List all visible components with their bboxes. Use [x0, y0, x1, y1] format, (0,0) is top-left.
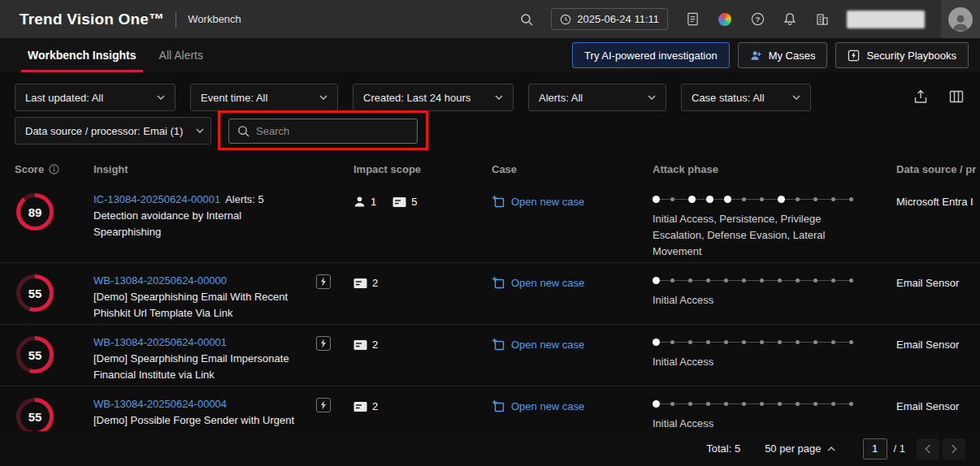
prev-page-button[interactable] — [917, 438, 939, 460]
col-data-source[interactable]: Data source / pr — [896, 163, 980, 175]
filter-created[interactable]: Created: Last 24 hours — [353, 84, 514, 111]
per-page-selector[interactable]: 50 per page — [765, 442, 835, 455]
next-page-button[interactable] — [943, 438, 965, 460]
table-row[interactable]: 89 IC-13084-20250624-00001 Alerts: 5 Det… — [0, 182, 980, 263]
insight-cell: WB-13084-20250624-00001 [Demo] Spearphis… — [93, 336, 353, 383]
tab-all-alerts[interactable]: All Alerts — [148, 38, 215, 72]
impact-assets[interactable]: 2 — [353, 400, 378, 412]
score-cell: 55 — [15, 398, 93, 435]
table-row[interactable]: 55 WB-13084-20250624-00001 [Demo] Spearp… — [0, 325, 980, 386]
clock-icon — [560, 14, 571, 25]
attack-phase-text: Initial Access — [653, 354, 848, 370]
phase-dot — [796, 278, 800, 283]
search-icon — [237, 125, 249, 137]
filter-case-status[interactable]: Case status: All — [681, 84, 811, 111]
impact-scope-cell: 2 — [353, 274, 492, 289]
company-icon[interactable] — [814, 11, 830, 28]
impact-assets[interactable]: 2 — [353, 339, 378, 351]
open-new-case-link[interactable]: Open new case — [511, 400, 584, 412]
phase-dot — [813, 402, 817, 406]
table-tools — [913, 89, 964, 104]
open-new-case-link[interactable]: Open new case — [511, 196, 584, 208]
insight-title: Detection avoidance by Internal Spearphi… — [93, 208, 308, 240]
search-input[interactable] — [256, 125, 409, 137]
tab-bar: Workbench Insights All Alerts Try AI-pow… — [0, 38, 980, 72]
score-ring: 55 — [16, 274, 54, 312]
open-new-case-link[interactable]: Open new case — [511, 339, 584, 351]
score-cell: 55 — [15, 336, 93, 373]
phase-dot — [724, 278, 728, 283]
filter-event-time[interactable]: Event time: All — [190, 84, 338, 111]
automated-playbook-icon[interactable] — [316, 336, 331, 351]
security-playbooks-button[interactable]: Security Playbooks — [835, 42, 969, 68]
insight-id-link[interactable]: WB-13084-20250624-00001 — [93, 336, 227, 348]
case-cell: Open new case — [492, 398, 653, 412]
info-icon[interactable] — [49, 164, 59, 175]
phase-dot — [688, 402, 692, 406]
insight-id-link[interactable]: IC-13084-20250624-00001 — [93, 193, 220, 205]
cases-icon — [750, 50, 762, 62]
phase-dot — [849, 278, 853, 283]
ai-investigation-button[interactable]: Try AI-powered investigation — [572, 42, 730, 68]
score-cell: 89 — [15, 193, 93, 231]
col-attack-phase[interactable]: Attack phase — [653, 163, 896, 175]
apps-wheel-icon[interactable] — [717, 11, 733, 28]
impact-scope-cell: 2 — [353, 398, 492, 412]
attack-phase-text: Initial Access — [653, 292, 848, 309]
impact-users[interactable]: 1 — [353, 196, 376, 208]
account-name-redacted — [847, 11, 925, 28]
col-insight[interactable]: Insight — [93, 163, 353, 175]
search-icon[interactable] — [518, 11, 535, 28]
export-icon[interactable] — [913, 89, 928, 104]
phase-dot — [849, 402, 853, 406]
data-source-cell: Email Sensor — [896, 274, 980, 289]
datetime-display[interactable]: 2025-06-24 11:11 — [551, 8, 668, 30]
col-impact-scope[interactable]: Impact scope — [353, 163, 492, 175]
table-row[interactable]: 55 WB-13084-20250624-00000 [Demo] Spearp… — [0, 263, 980, 325]
column-settings-icon[interactable] — [949, 89, 964, 104]
filter-last-updated[interactable]: Last updated: All — [15, 84, 176, 111]
attack-phase-cell: Initial Access — [653, 274, 896, 309]
phase-dot — [688, 278, 692, 283]
phase-dot — [831, 402, 835, 406]
automated-playbook-icon[interactable] — [316, 398, 331, 412]
filter-data-source[interactable]: Data source / processor: Emai (1) — [15, 117, 211, 145]
tab-workbench-insights[interactable]: Workbench Insights — [16, 38, 148, 72]
phase-dot — [688, 340, 692, 344]
phase-dot — [706, 340, 710, 344]
score-ring: 55 — [16, 398, 54, 435]
filter-row-1: Last updated: All Event time: All Create… — [15, 84, 811, 111]
insight-id-link[interactable]: WB-13084-20250624-00000 — [93, 274, 227, 287]
my-cases-button[interactable]: My Cases — [738, 42, 828, 68]
phase-dot — [831, 340, 835, 344]
impact-assets[interactable]: 5 — [392, 196, 417, 208]
report-icon[interactable] — [684, 11, 700, 28]
automated-playbook-icon[interactable] — [316, 274, 331, 289]
phase-dot — [742, 402, 746, 406]
phase-dot-active — [778, 196, 785, 203]
avatar[interactable] — [941, 0, 980, 38]
page-number-input[interactable] — [863, 438, 887, 460]
impact-scope-cell: 2 — [353, 336, 492, 351]
impact-scope-cell: 1 5 — [353, 193, 492, 208]
filter-alerts[interactable]: Alerts: All — [528, 84, 666, 111]
phase-dot — [760, 402, 764, 406]
app-window: Trend Vision One™ Workbench 2025-06-24 1… — [0, 0, 980, 466]
notifications-bell-icon[interactable] — [782, 11, 798, 28]
attack-phase-text: Initial Access, Persistence, Privilege E… — [653, 211, 848, 260]
insight-title: [Demo] Possible Forge Sender with Urgent — [93, 412, 308, 429]
attack-phase-text: Initial Access — [653, 416, 848, 432]
insight-id-link[interactable]: WB-13084-20250624-00004 — [93, 398, 227, 410]
insight-alert-count: Alerts: 5 — [225, 193, 264, 205]
col-score[interactable]: Score — [15, 163, 93, 175]
phase-dot-active — [724, 196, 731, 203]
attack-phase-dots — [653, 338, 856, 346]
phase-dot-active — [706, 196, 713, 203]
col-case[interactable]: Case — [492, 163, 653, 175]
open-new-case-link[interactable]: Open new case — [511, 277, 584, 289]
help-icon[interactable]: ? — [749, 11, 765, 28]
impact-assets[interactable]: 2 — [353, 277, 378, 289]
avatar-person-icon — [948, 7, 973, 32]
phase-dot — [742, 278, 746, 283]
chevron-down-icon — [495, 95, 503, 100]
